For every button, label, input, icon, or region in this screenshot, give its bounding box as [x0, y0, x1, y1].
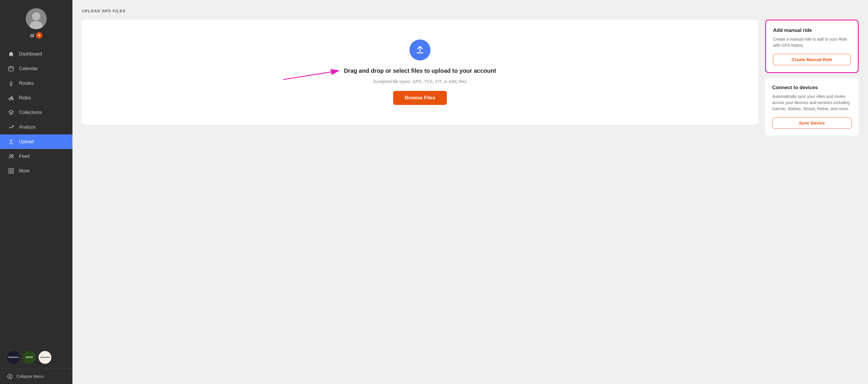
sidebar-item-rides[interactable]: Rides [0, 91, 72, 105]
pin-icon [8, 80, 14, 87]
nav-list: Dashboard Calendar Routes Rides Collecti… [0, 47, 72, 346]
browse-files-button[interactable]: Browse Files [393, 91, 447, 105]
user-section: al [0, 0, 72, 45]
sidebar-item-dashboard[interactable]: Dashboard [0, 47, 72, 61]
manual-ride-desc: Create a manual ride to add to your Ride… [773, 36, 851, 49]
svg-rect-17 [12, 169, 13, 170]
svg-marker-12 [9, 110, 13, 113]
svg-point-14 [10, 155, 11, 156]
connect-devices-card: Connect to devices Automatically sync yo… [765, 78, 859, 136]
upload-icon [8, 139, 14, 145]
sidebar-item-more[interactable]: More [0, 164, 72, 178]
right-cards: Add manual ride Create a manual ride to … [765, 20, 859, 136]
create-manual-ride-button[interactable]: Create Manual Ride [773, 54, 851, 65]
sidebar-item-label: Routes [19, 81, 34, 86]
manual-ride-card: Add manual ride Create a manual ride to … [765, 20, 859, 73]
sidebar-item-label: Upload [19, 139, 34, 144]
sync-device-button[interactable]: Sync Device [772, 117, 851, 128]
collapse-menu-label: Collapse Menu [17, 374, 43, 379]
avatar[interactable] [26, 8, 47, 29]
user-badge[interactable] [36, 32, 42, 38]
svg-rect-16 [9, 169, 10, 170]
org-logo-omtm[interactable]: OMTM [23, 351, 36, 364]
sidebar-item-label: More [19, 168, 30, 174]
user-name: al [30, 32, 34, 38]
svg-point-1 [32, 12, 40, 21]
content-area: Drag and drop or select files to upload … [82, 20, 859, 136]
connect-devices-desc: Automatically sync your rides and routes… [772, 93, 851, 112]
svg-rect-19 [12, 172, 13, 173]
sidebar-item-upload[interactable]: Upload [0, 135, 72, 149]
people-icon [8, 153, 14, 159]
page-title: UPLOAD GPS FILES [82, 9, 859, 13]
manual-ride-title: Add manual ride [773, 27, 851, 33]
trending-up-icon [8, 124, 14, 130]
main-content: UPLOAD GPS FILES Drag and drop or select… [72, 0, 868, 384]
sidebar-item-label: Calendar [19, 66, 38, 71]
org-logos: PDXeteraOMTMurbandirt [0, 346, 72, 368]
svg-point-8 [10, 82, 12, 84]
svg-point-11 [12, 97, 12, 98]
grid-icon [8, 168, 14, 174]
chevron-left-icon [7, 374, 13, 379]
home-icon [8, 51, 14, 57]
sidebar-item-label: Rides [19, 95, 31, 100]
sidebar-item-label: Collections [19, 110, 42, 115]
connect-devices-title: Connect to devices [772, 85, 851, 91]
user-name-row: al [30, 32, 42, 38]
sidebar-item-feed[interactable]: Feed [0, 149, 72, 164]
svg-rect-4 [9, 67, 13, 71]
sidebar: al Dashboard Calendar Routes Rides Colle… [0, 0, 72, 384]
sidebar-item-collections[interactable]: Collections [0, 105, 72, 120]
sidebar-item-label: Analyze [19, 124, 36, 130]
upload-icon [409, 39, 431, 60]
sidebar-item-analyze[interactable]: Analyze [0, 120, 72, 135]
collapse-menu-button[interactable]: Collapse Menu [0, 368, 72, 384]
upload-zone[interactable]: Drag and drop or select files to upload … [82, 20, 758, 125]
svg-rect-18 [9, 172, 10, 173]
sidebar-item-label: Dashboard [19, 52, 42, 57]
bike-icon [8, 95, 14, 101]
layers-icon [8, 109, 14, 116]
sidebar-item-calendar[interactable]: Calendar [0, 61, 72, 76]
calendar-icon [8, 65, 14, 72]
org-logo-pdx[interactable]: PDXetera [7, 351, 20, 364]
sidebar-item-routes[interactable]: Routes [0, 76, 72, 91]
svg-marker-3 [38, 34, 40, 36]
upload-sub-text: Accepted file types: GPX, TCX, FIT, or K… [373, 79, 467, 84]
svg-point-20 [8, 374, 12, 379]
sidebar-item-label: Feed [19, 154, 30, 159]
org-logo-urbandirt[interactable]: urbandirt [38, 351, 52, 364]
svg-point-15 [12, 155, 13, 156]
upload-main-text: Drag and drop or select files to upload … [344, 67, 496, 74]
